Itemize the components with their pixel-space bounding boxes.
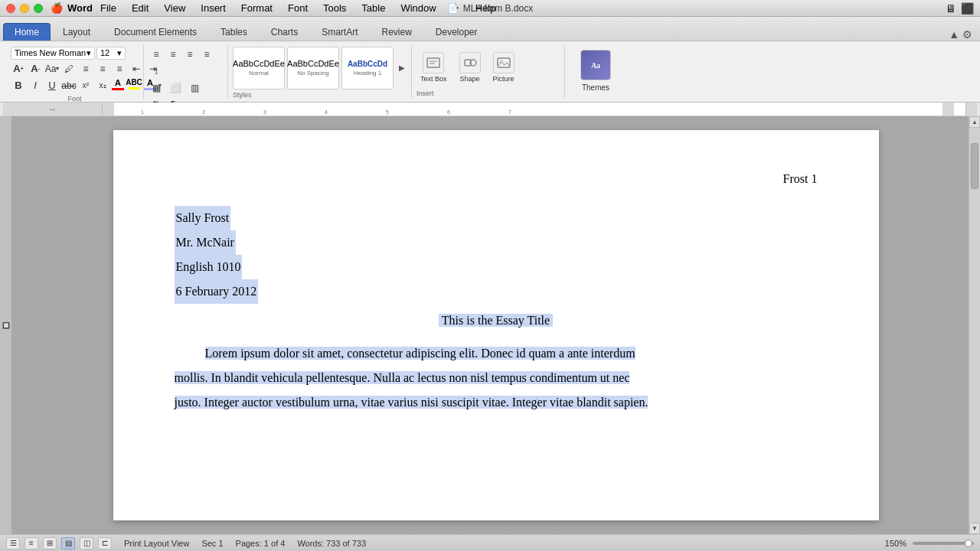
ruler-mark-2: 2 <box>202 109 205 115</box>
menu-window[interactable]: Window <box>393 2 443 15</box>
ribbon-toolbar: Times New Roman ▾ 12 ▾ A+ A- Aa▾ 🖊 ≡ ≡ ≡ <box>0 41 980 103</box>
tab-review[interactable]: Review <box>370 23 423 41</box>
indent-decrease-button[interactable]: ⇤ <box>129 61 144 77</box>
style-normal-label: Normal <box>249 70 269 77</box>
view-btn-5[interactable]: ◫ <box>80 537 93 549</box>
view-btn-1[interactable]: ☰ <box>6 537 20 549</box>
view-btn-6[interactable]: ⊏ <box>98 537 112 549</box>
tab-developer[interactable]: Developer <box>424 23 489 41</box>
menu-file[interactable]: File <box>93 2 124 15</box>
picture-button[interactable]: Picture <box>489 50 518 85</box>
scrollbar-track[interactable] <box>969 128 980 523</box>
font-group: Times New Roman ▾ 12 ▾ A+ A- Aa▾ 🖊 ≡ ≡ ≡ <box>6 45 144 99</box>
font-size-selector[interactable]: 12 ▾ <box>96 47 126 60</box>
app-name[interactable]: Word <box>67 2 93 14</box>
font-family-selector[interactable]: Times New Roman ▾ <box>11 47 95 60</box>
scroll-up-button[interactable]: ▲ <box>969 116 980 128</box>
menu-edit[interactable]: Edit <box>124 2 156 15</box>
border-button[interactable]: ▦ <box>149 80 165 96</box>
menu-format[interactable]: Format <box>234 2 280 15</box>
tab-smartart[interactable]: SmartArt <box>310 23 369 41</box>
body-text-block[interactable]: Lorem ipsum dolor sit amet, consectetur … <box>175 341 818 415</box>
view-btn-4-active[interactable]: ▤ <box>61 537 75 549</box>
tab-charts[interactable]: Charts <box>260 23 309 41</box>
ruler-mark-1: 1 <box>141 109 144 115</box>
list-numbers-button[interactable]: ≡ <box>95 61 110 77</box>
themes-button[interactable]: Aa Themes <box>580 50 611 92</box>
align-justify-button[interactable]: ≡ <box>199 47 214 62</box>
menu-font[interactable]: Font <box>280 2 315 15</box>
view-btn-3[interactable]: ⊞ <box>43 537 57 549</box>
page-area[interactable]: Frost 1 Sally Frost Mr. McNair English 1… <box>11 116 980 534</box>
style-heading1[interactable]: AaBbCcDd Heading 1 <box>341 47 394 90</box>
ruler: ↔ 1 2 3 4 5 6 7 <box>0 103 980 116</box>
menu-table[interactable]: Table <box>354 2 393 15</box>
font-size-label: 12 <box>100 48 109 57</box>
collapse-ribbon-button[interactable]: ▲ <box>949 28 959 41</box>
increase-font-button[interactable]: A+ <box>11 61 26 77</box>
paragraph-group: ≡ ≡ ≡ ≡ ↕ ▦ ⬜ ▥ ⇅ ¶ Paragraph <box>144 45 228 99</box>
size-dropdown-icon: ▾ <box>117 48 122 58</box>
underline-button[interactable]: U <box>44 78 60 93</box>
scroll-down-button[interactable]: ▼ <box>969 523 980 534</box>
styles-more-button[interactable]: ▶ <box>396 47 408 90</box>
statusbar-pages: Pages: 1 of 4 <box>236 539 286 548</box>
menu-view[interactable]: View <box>156 2 193 15</box>
textbox-button[interactable]: Text Box <box>416 50 451 85</box>
style-no-spacing[interactable]: AaBbCcDdEe No Spacing <box>287 47 339 90</box>
maximize-button[interactable] <box>34 4 43 13</box>
tab-document-elements[interactable]: Document Elements <box>103 23 208 41</box>
style-no-spacing-label: No Spacing <box>297 70 328 77</box>
minimize-button[interactable] <box>20 4 29 13</box>
ruler-icon[interactable]: ↔ <box>49 105 57 113</box>
style-heading1-text: AaBbCcDd <box>348 60 387 68</box>
bold-button[interactable]: B <box>11 78 26 93</box>
themes-group: Aa Themes <box>565 45 626 99</box>
essay-title-block[interactable]: This is the Essay Title <box>175 310 818 332</box>
tab-home[interactable]: Home <box>3 23 51 41</box>
font-color-button[interactable]: A <box>112 79 124 93</box>
subscript-button[interactable]: x₂ <box>95 78 110 93</box>
left-margin-icon: 🔲 <box>2 322 10 329</box>
line-spacing-button[interactable]: ↕ <box>149 64 164 79</box>
shape-button[interactable]: Shape <box>456 50 485 85</box>
view-btn-2[interactable]: ≡ <box>24 537 38 549</box>
menu-tools[interactable]: Tools <box>315 2 354 15</box>
style-normal[interactable]: AaBbCcDdEe Normal <box>233 47 285 90</box>
strikethrough-button[interactable]: abc <box>61 78 77 93</box>
highlight-color-button[interactable]: ABC <box>127 79 141 93</box>
tab-tables[interactable]: Tables <box>209 23 259 41</box>
font-case-button[interactable]: Aa▾ <box>44 61 60 77</box>
titlebar-right-icons: 🖥 ⬛ <box>946 2 974 15</box>
picture-icon <box>493 52 514 73</box>
style-normal-text: AaBbCcDdEe <box>233 59 285 68</box>
close-button[interactable] <box>6 4 15 13</box>
columns-button[interactable]: ▥ <box>187 80 203 96</box>
apple-menu[interactable]: 🍎 <box>51 2 63 14</box>
align-center-button[interactable]: ≡ <box>165 47 181 62</box>
statusbar-view-label: Print Layout View <box>124 539 189 548</box>
italic-button[interactable]: I <box>28 78 43 93</box>
ruler-right-area <box>965 103 977 116</box>
document-page[interactable]: Frost 1 Sally Frost Mr. McNair English 1… <box>113 130 879 520</box>
list-bullets-button[interactable]: ≡ <box>78 61 93 77</box>
tab-layout[interactable]: Layout <box>51 23 102 41</box>
decrease-font-button[interactable]: A- <box>28 61 43 77</box>
zoom-thumb[interactable] <box>965 540 972 547</box>
picture-label: Picture <box>493 75 514 83</box>
clear-format-button[interactable]: 🖊 <box>61 61 77 77</box>
list-multi-button[interactable]: ≡ <box>112 61 127 77</box>
align-left-button[interactable]: ≡ <box>149 47 164 62</box>
author-line-3: English 1010 <box>175 255 243 279</box>
styles-group-label: Styles <box>233 91 252 99</box>
zoom-slider[interactable] <box>913 542 974 545</box>
align-right-button[interactable]: ≡ <box>182 47 198 62</box>
insert-group-label: Insert <box>416 90 434 97</box>
scrollbar-thumb[interactable] <box>971 143 978 189</box>
zoom-level: 150% <box>885 539 906 548</box>
ribbon-settings-icon[interactable]: ⚙ <box>962 28 972 41</box>
superscript-button[interactable]: x² <box>78 78 93 93</box>
author-block[interactable]: Sally Frost Mr. McNair English 1010 6 Fe… <box>175 206 818 304</box>
shading-button[interactable]: ⬜ <box>166 80 185 96</box>
menu-insert[interactable]: Insert <box>193 2 234 15</box>
